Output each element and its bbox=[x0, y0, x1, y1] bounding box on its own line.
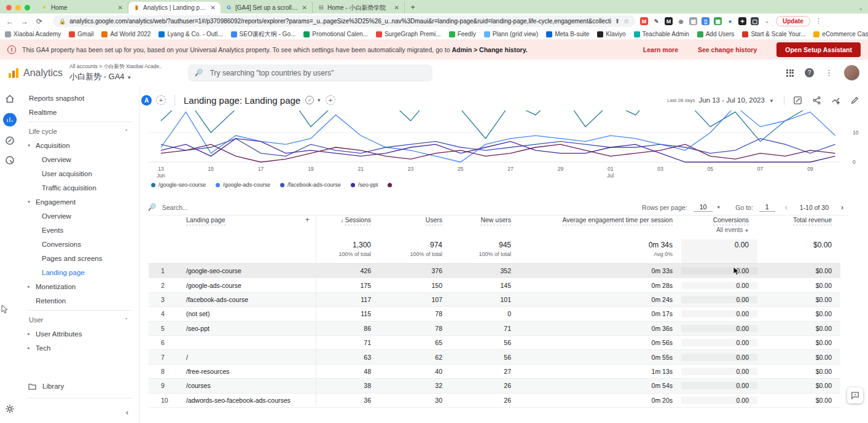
forward-icon[interactable]: → bbox=[20, 17, 29, 26]
add-report-icon[interactable]: + bbox=[326, 95, 335, 105]
sidebar-item-overview[interactable]: Overview bbox=[20, 209, 139, 223]
url-text[interactable]: analytics.google.com/analytics/web/?auth… bbox=[69, 18, 611, 25]
collapse-sidebar-icon[interactable]: ‹ bbox=[126, 408, 128, 417]
legend-item[interactable]: /google-ads-course bbox=[216, 182, 270, 188]
sidebar-item-user-acquisition[interactable]: User acquisition bbox=[20, 166, 139, 180]
bookmark-item[interactable]: Meta B-suite bbox=[546, 31, 589, 37]
chevron-collapsed-icon[interactable]: ▸ bbox=[26, 346, 32, 351]
col-avg-engagement[interactable]: Average engagement time per session bbox=[562, 216, 673, 225]
google-apps-icon[interactable] bbox=[786, 69, 794, 77]
minimize-window-icon[interactable] bbox=[15, 5, 21, 10]
bookmark-item[interactable]: Xiaobai Academy bbox=[5, 31, 61, 37]
table-row[interactable]: 67165560m 56s0.00$0.00 bbox=[149, 336, 840, 350]
globe-extension-icon[interactable]: ● bbox=[726, 17, 734, 25]
bookmark-item[interactable]: Lyang & Co. - Outl... bbox=[158, 31, 222, 37]
sidebar-item-monetization[interactable]: ▸Monetization bbox=[20, 279, 139, 293]
edit-pencil-icon[interactable] bbox=[850, 96, 859, 105]
browser-tab[interactable]: ▮Analytics | Landing page: Land✕ bbox=[128, 2, 221, 14]
docs-extension-icon[interactable]: ▯ bbox=[702, 17, 710, 25]
sidebar-item-realtime[interactable]: Realtime bbox=[20, 105, 139, 119]
table-row[interactable]: 9/courses3832260m 54s0.00$0.00 bbox=[149, 379, 840, 393]
gmail-extension-icon[interactable]: M bbox=[640, 17, 648, 25]
analytics-logo[interactable]: Analytics bbox=[0, 68, 69, 79]
sidebar-item-library[interactable]: Library bbox=[20, 379, 139, 394]
sidebar-section-user[interactable]: User⌃ bbox=[20, 313, 139, 327]
sidebar-item-overview[interactable]: Overview bbox=[20, 152, 139, 166]
screenshot-extension-icon[interactable]: ▣ bbox=[714, 17, 722, 25]
goto-page-input[interactable]: 1 bbox=[759, 203, 775, 212]
tab-close-icon[interactable]: ✕ bbox=[394, 4, 399, 11]
reload-icon[interactable]: ⟳ bbox=[34, 17, 44, 26]
sidebar-item-retention[interactable]: Retention bbox=[20, 293, 139, 308]
new-tab-button[interactable]: + bbox=[407, 1, 418, 12]
table-search[interactable]: 🔍 Search... bbox=[149, 203, 188, 211]
open-setup-assistant-button[interactable]: Open Setup Assistant bbox=[776, 42, 861, 57]
sidebar-item-acquisition[interactable]: ▾Acquisition bbox=[20, 138, 139, 152]
bookmark-item[interactable]: Promotional Calen... bbox=[303, 31, 368, 37]
prev-page-icon[interactable]: ‹ bbox=[781, 203, 791, 212]
table-row[interactable]: 2/google-ads-course1751501450m 28s0.00$0… bbox=[149, 278, 840, 292]
sidebar-item-tech[interactable]: ▸Tech bbox=[20, 341, 139, 355]
date-range-picker[interactable]: Jun 13 - Jul 10, 2023 ▼ bbox=[698, 96, 774, 104]
help-icon[interactable]: ? bbox=[805, 68, 814, 77]
chevron-expanded-icon[interactable]: ▾ bbox=[26, 143, 32, 148]
chevron-expanded-icon[interactable]: ▾ bbox=[26, 200, 32, 204]
col-new-users[interactable]: New users bbox=[480, 216, 511, 225]
profile-extension-icon[interactable]: ◒ bbox=[763, 17, 771, 25]
conversions-event-filter[interactable]: All events ▼ bbox=[681, 227, 749, 233]
see-change-history-link[interactable]: See change history bbox=[698, 46, 757, 53]
sidebar-item-conversions[interactable]: Conversions bbox=[20, 237, 139, 251]
tab-close-icon[interactable]: ✕ bbox=[302, 4, 307, 11]
legend-item[interactable]: /seo-ppt bbox=[351, 182, 378, 188]
tab-close-icon[interactable]: ✕ bbox=[118, 4, 123, 11]
col-conversions[interactable]: Conversions bbox=[713, 216, 749, 225]
chrome-update-button[interactable]: Update bbox=[776, 16, 810, 26]
sidebar-item-reports-snapshot[interactable]: Reports snapshot bbox=[20, 91, 139, 105]
bookmark-item[interactable]: Start & Scale Your... bbox=[742, 31, 805, 37]
close-window-icon[interactable] bbox=[6, 5, 12, 10]
adblock-extension-icon[interactable]: ✦ bbox=[738, 17, 746, 25]
maximize-window-icon[interactable] bbox=[25, 5, 30, 10]
window-controls[interactable] bbox=[0, 5, 36, 14]
legend-item[interactable]: /facebook-ads-course bbox=[280, 182, 341, 188]
camera-extension-icon[interactable]: ◉ bbox=[677, 17, 685, 25]
back-icon[interactable]: ← bbox=[5, 17, 15, 26]
chevron-collapsed-icon[interactable]: ▸ bbox=[26, 332, 32, 336]
ga-search-bar[interactable]: 🔍 Try searching "top countries by users" bbox=[188, 64, 432, 82]
tab-close-icon[interactable]: ✕ bbox=[211, 4, 216, 11]
insights-icon[interactable] bbox=[831, 96, 840, 105]
table-row[interactable]: 3/facebook-ads-course1171071010m 24s0.00… bbox=[149, 293, 840, 307]
report-title-caret-icon[interactable]: ▼ bbox=[316, 98, 321, 103]
learn-more-link[interactable]: Learn more bbox=[643, 46, 678, 53]
nav-explore-icon[interactable] bbox=[4, 135, 15, 146]
col-users[interactable]: Users bbox=[426, 216, 442, 225]
add-comparison-icon[interactable]: + bbox=[156, 95, 166, 105]
feedback-button[interactable] bbox=[847, 387, 863, 403]
bookmark-item[interactable]: Add Users bbox=[697, 31, 735, 37]
pen-extension-icon[interactable]: ✎ bbox=[652, 17, 660, 25]
legend-item[interactable] bbox=[388, 182, 395, 188]
sidebar-item-pages-and-screens[interactable]: Pages and screens bbox=[20, 251, 139, 265]
rows-per-page-select[interactable]: 10 bbox=[694, 203, 713, 212]
table-row[interactable]: 7/6362560m 55s0.00$0.00 bbox=[149, 350, 840, 364]
bookmark-item[interactable]: Gmail bbox=[69, 31, 93, 37]
col-sessions[interactable]: Sessions bbox=[345, 216, 371, 225]
medium-extension-icon[interactable]: M bbox=[665, 17, 673, 25]
table-row[interactable]: 8/free-resources4840271m 13s0.00$0.00 bbox=[149, 365, 840, 379]
legend-item[interactable]: /google-seo-course bbox=[151, 182, 206, 188]
comparison-chip[interactable]: A bbox=[141, 95, 152, 106]
browser-tab[interactable]: ♥Home✕ bbox=[36, 2, 128, 14]
header-kebab-icon[interactable]: ⋮ bbox=[825, 68, 833, 77]
section-collapse-icon[interactable]: ⌃ bbox=[124, 129, 128, 134]
col-total-revenue[interactable]: Total revenue bbox=[793, 216, 832, 225]
sidebar-item-events[interactable]: Events bbox=[20, 223, 139, 237]
admin-gear-icon[interactable] bbox=[4, 403, 15, 414]
account-property-picker[interactable]: All accounts > 小白新势 Xiaobai Acade.. 小白新势… bbox=[69, 63, 162, 82]
table-row[interactable]: 5/seo-ppt8678710m 36s0.00$0.00 bbox=[149, 322, 840, 336]
add-dimension-icon[interactable]: + bbox=[305, 215, 310, 224]
bookmark-item[interactable]: eCommerce Case... bbox=[813, 31, 868, 37]
bookmark-item[interactable]: Plann (grid view) bbox=[484, 31, 538, 37]
notes-extension-icon[interactable]: ▤ bbox=[689, 17, 697, 25]
bookmark-star-icon[interactable]: ☆ bbox=[624, 18, 629, 25]
chevron-collapsed-icon[interactable]: ▸ bbox=[26, 284, 32, 289]
